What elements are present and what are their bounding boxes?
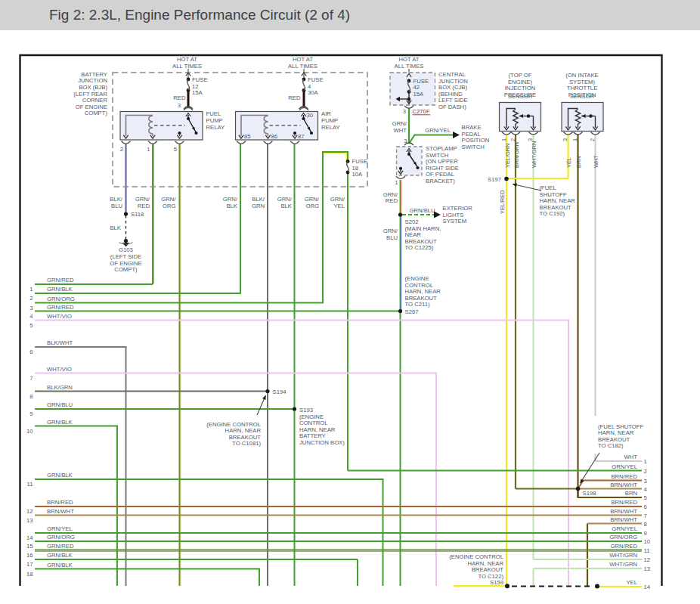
svg-text:S193: S193 <box>299 407 313 414</box>
svg-text:4: 4 <box>29 313 33 320</box>
svg-text:8: 8 <box>644 521 647 528</box>
svg-text:WHT: WHT <box>593 155 599 168</box>
svg-text:1: 1 <box>571 138 578 141</box>
svg-text:S198: S198 <box>583 490 596 497</box>
svg-text:AIR: AIR <box>321 110 331 117</box>
svg-text:10: 10 <box>26 428 33 435</box>
svg-text:WHT/GRN: WHT/GRN <box>531 141 537 168</box>
svg-text:YEL: YEL <box>333 203 345 209</box>
svg-text:BRN/RED: BRN/RED <box>611 499 637 506</box>
svg-text:1: 1 <box>395 179 398 186</box>
svg-text:GRN/RED: GRN/RED <box>47 277 74 283</box>
svg-text:15: 15 <box>26 543 33 550</box>
svg-text:GRN/BLK: GRN/BLK <box>47 419 73 426</box>
svg-text:5: 5 <box>644 494 647 501</box>
svg-text:PUMP: PUMP <box>206 117 223 124</box>
svg-text:GRN/BLU: GRN/BLU <box>47 401 73 408</box>
svg-text:9: 9 <box>29 410 33 417</box>
svg-text:BRN/RED: BRN/RED <box>611 473 637 480</box>
svg-text:BRN/WHT: BRN/WHT <box>610 508 637 515</box>
svg-text:1: 1 <box>644 458 647 465</box>
svg-text:10A: 10A <box>352 171 364 178</box>
svg-text:BRN/WHT: BRN/WHT <box>47 508 74 515</box>
svg-text:17: 17 <box>26 561 33 568</box>
svg-text:ORG: ORG <box>163 203 176 209</box>
svg-text:TO C1081): TO C1081) <box>232 440 261 447</box>
svg-text:13: 13 <box>26 517 33 524</box>
svg-text:RED: RED <box>288 94 301 101</box>
svg-text:87: 87 <box>298 133 305 140</box>
svg-text:ORG: ORG <box>305 203 319 209</box>
svg-text:BLU: BLU <box>111 203 122 209</box>
svg-text:30: 30 <box>307 112 314 119</box>
svg-text:OF DASH): OF DASH) <box>438 104 466 110</box>
svg-text:2: 2 <box>644 468 647 475</box>
svg-text:S197: S197 <box>488 176 501 183</box>
svg-text:GRN/BLK: GRN/BLK <box>47 472 73 479</box>
svg-text:COMPT): COMPT) <box>85 110 108 116</box>
svg-text:4: 4 <box>644 486 648 493</box>
svg-text:S202: S202 <box>405 218 419 225</box>
svg-text:BRN/WHT: BRN/WHT <box>610 482 637 488</box>
svg-text:13: 13 <box>644 565 651 572</box>
svg-text:FUEL: FUEL <box>206 110 221 117</box>
svg-text:YEL: YEL <box>626 579 637 586</box>
svg-text:RED: RED <box>138 203 150 209</box>
svg-text:GRN/YEL: GRN/YEL <box>47 525 73 532</box>
svg-text:18: 18 <box>26 571 33 578</box>
svg-text:GRN/ORG: GRN/ORG <box>609 534 637 541</box>
svg-text:3: 3 <box>29 305 33 311</box>
svg-text:15A: 15A <box>413 91 425 98</box>
svg-text:5: 5 <box>174 146 177 153</box>
svg-text:GRN/RED: GRN/RED <box>47 543 74 550</box>
svg-text:TO C1225): TO C1225) <box>405 244 434 251</box>
svg-text:GRN/BLK: GRN/BLK <box>47 286 73 293</box>
svg-text:WHT: WHT <box>393 127 407 134</box>
svg-text:RELAY: RELAY <box>321 124 340 131</box>
svg-text:GRN/YEL: GRN/YEL <box>612 525 637 532</box>
svg-text:5: 5 <box>29 322 33 329</box>
svg-text:Fig 2: 2.3L, Engine Performanc: Fig 2: 2.3L, Engine Performance Circuit … <box>49 7 350 23</box>
svg-text:GRN/BLU: GRN/BLU <box>410 207 435 214</box>
svg-text:3: 3 <box>403 108 406 115</box>
svg-text:7: 7 <box>29 375 33 382</box>
svg-text:7: 7 <box>644 513 647 519</box>
svg-text:YEL: YEL <box>565 157 572 168</box>
svg-text:30A: 30A <box>308 89 319 96</box>
svg-text:BLK: BLK <box>280 203 292 209</box>
svg-text:3: 3 <box>178 102 181 109</box>
svg-text:TO C192): TO C192) <box>540 210 565 217</box>
svg-text:G103: G103 <box>119 246 133 253</box>
svg-text:HOT AT: HOT AT <box>177 56 197 63</box>
svg-text:16: 16 <box>26 552 33 559</box>
svg-text:BLU: BLU <box>386 234 398 241</box>
svg-text:11: 11 <box>644 547 650 554</box>
svg-text:WHT/VIO: WHT/VIO <box>47 313 72 320</box>
svg-text:BLK: BLK <box>110 225 121 231</box>
svg-text:GRN/ORG: GRN/ORG <box>47 296 75 302</box>
svg-text:GRN/YEL: GRN/YEL <box>425 127 451 134</box>
svg-text:11: 11 <box>27 481 33 488</box>
svg-text:2: 2 <box>29 295 33 302</box>
svg-text:85: 85 <box>244 133 251 140</box>
svg-text:6: 6 <box>29 348 33 355</box>
svg-text:2: 2 <box>510 138 516 141</box>
svg-text:3: 3 <box>644 478 647 485</box>
svg-text:3: 3 <box>562 138 568 141</box>
svg-text:8: 8 <box>29 393 33 400</box>
svg-text:86: 86 <box>271 133 278 140</box>
svg-text:TO C211): TO C211) <box>405 301 430 308</box>
svg-text:BRN: BRN <box>575 156 582 168</box>
svg-text:ALL TIMES: ALL TIMES <box>288 63 317 70</box>
svg-text:BLK/GRN: BLK/GRN <box>47 384 73 391</box>
svg-text:9: 9 <box>644 530 647 537</box>
svg-text:COMPT): COMPT) <box>114 266 138 273</box>
svg-text:GRN/RED: GRN/RED <box>47 304 74 311</box>
svg-text:GRN: GRN <box>252 203 265 209</box>
svg-text:GRN/RED: GRN/RED <box>611 543 638 550</box>
svg-text:S194: S194 <box>273 389 287 395</box>
svg-text:2: 2 <box>589 138 596 141</box>
svg-text:WHT/GRN: WHT/GRN <box>609 552 637 559</box>
svg-text:HOT AT: HOT AT <box>398 56 419 63</box>
svg-text:C270F: C270F <box>413 108 430 115</box>
